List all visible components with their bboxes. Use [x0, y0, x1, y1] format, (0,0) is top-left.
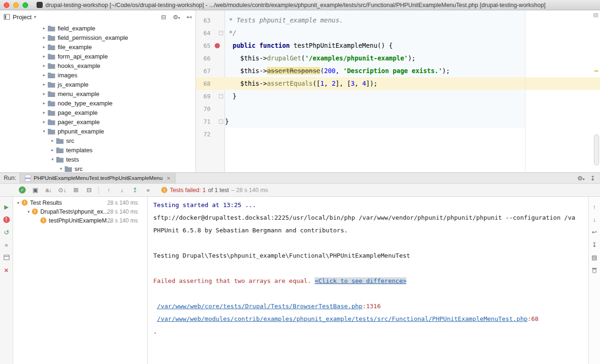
print-button[interactable]: ▤ [592, 254, 597, 261]
test-history-icon[interactable]: ↥ [131, 186, 138, 193]
project-tree-item-page_example[interactable]: ▸page_example [0, 108, 195, 117]
code-line-67[interactable]: 67 $this->assertResponse(200, 'Descripti… [196, 65, 600, 77]
project-tree-item-field_example[interactable]: ▸field_example [0, 23, 195, 33]
toggle-auto-test-button[interactable]: ↺ [4, 229, 9, 236]
zoom-window-button[interactable] [22, 2, 28, 8]
project-tree-item-src[interactable]: ▸src [0, 136, 195, 145]
test-tree-item[interactable]: !testPhpUnitExampleM...28 s 140 ms [13, 216, 147, 225]
project-tree-item-hooks_example[interactable]: ▸hooks_example [0, 61, 195, 70]
test-tree-item[interactable]: ▾!Test Results28 s 140 ms [13, 198, 147, 207]
rerun-failed-tests-button[interactable]: ! [3, 216, 10, 223]
restore-layout-button[interactable] [4, 255, 9, 260]
code-text[interactable]: public function testPhpUnitExampleMenu()… [225, 39, 600, 52]
code-text[interactable]: } [225, 115, 600, 128]
collapse-all-icon[interactable]: ⊟ [85, 186, 92, 193]
chevron-collapsed-icon[interactable]: ▸ [50, 148, 55, 152]
chevron-expanded-icon[interactable]: ▾ [15, 201, 22, 205]
up-stack-trace-button[interactable]: ↑ [593, 203, 596, 210]
down-stack-trace-button[interactable]: ↓ [593, 216, 596, 223]
expand-all-icon[interactable]: ⊞ [72, 186, 79, 193]
code-text[interactable]: $this->drupalGet('/examples/phpunit-exam… [225, 52, 600, 65]
close-run-panel-button[interactable]: × [4, 266, 8, 274]
project-tree-item-node_type_example[interactable]: ▸node_type_example [0, 98, 195, 108]
hide-run-panel-button[interactable]: ↧ [590, 175, 595, 182]
soft-wrap-button[interactable]: ↩ [592, 229, 597, 236]
code-text[interactable]: $this->assertEquals([1, 2], [3, 4]); [225, 77, 600, 90]
code-line-68[interactable]: 68 $this->assertEquals([1, 2], [3, 4]); [196, 77, 600, 90]
minimize-window-button[interactable] [13, 2, 19, 8]
test-console[interactable]: Testing started at 13:25 ...sftp://docke… [148, 197, 588, 364]
test-tree-item[interactable]: ▾!Drupal\Tests\phpunit_ex...28 s 140 ms [13, 207, 147, 216]
hide-project-panel-button[interactable]: ↤ [187, 14, 192, 21]
fold-marker-icon[interactable]: − [219, 94, 223, 98]
rerun-tests-button[interactable]: ▶ [4, 204, 8, 210]
chevron-collapsed-icon[interactable]: ▸ [41, 35, 47, 40]
console-link[interactable]: <Click to see difference> [315, 277, 406, 284]
warning-stripe-mark[interactable] [594, 70, 598, 72]
code-text[interactable] [225, 103, 600, 115]
sort-by-duration-icon[interactable]: ⊙↓ [58, 186, 66, 193]
project-tree-item-menu_example[interactable]: ▸menu_example [0, 89, 195, 98]
editor-scrollbar-thumb[interactable] [594, 134, 599, 165]
previous-failed-test-icon[interactable]: ↑ [105, 186, 112, 193]
console-link[interactable]: /var/www/web/core/tests/Drupal/Tests/Bro… [157, 303, 362, 310]
close-tab-icon[interactable]: × [167, 175, 171, 182]
chevron-collapsed-icon[interactable]: ▸ [50, 138, 55, 143]
overflow-chevron-icon[interactable]: » [144, 186, 151, 193]
code-line-71[interactable]: 71−} [196, 115, 600, 128]
project-tree-item-form_api_example[interactable]: ▸form_api_example [0, 52, 195, 61]
clear-console-icon[interactable] [592, 267, 597, 273]
code-text[interactable]: } [225, 90, 600, 103]
sort-alphabetically-icon[interactable]: a↓ [45, 186, 52, 193]
settings-gear-button[interactable]: ⚙▾ [172, 14, 180, 21]
chevron-collapsed-icon[interactable]: ▸ [41, 82, 47, 87]
scroll-to-end-button[interactable]: ↧ [592, 241, 597, 248]
project-tree-item-pager_example[interactable]: ▸pager_example [0, 117, 195, 126]
close-window-button[interactable] [4, 2, 9, 8]
chevron-collapsed-icon[interactable]: ▸ [41, 101, 47, 105]
project-tree-item-tests[interactable]: ▾tests [0, 155, 195, 164]
chevron-collapsed-icon[interactable]: ▸ [41, 91, 47, 96]
chevron-collapsed-icon[interactable]: ▸ [41, 45, 47, 49]
chevron-collapsed-icon[interactable]: ▸ [41, 63, 47, 68]
project-tree-item-templates[interactable]: ▸templates [0, 145, 195, 155]
code-line-65[interactable]: 65 public function testPhpUnitExampleMen… [196, 39, 600, 52]
project-tree-item-src[interactable]: ▾src [0, 164, 195, 172]
project-view-selector[interactable]: Project [13, 14, 31, 21]
project-tree-item-field_permission_example[interactable]: ▸field_permission_example [0, 33, 195, 42]
chevron-expanded-icon[interactable]: ▾ [41, 129, 47, 134]
chevron-collapsed-icon[interactable]: ▸ [41, 73, 47, 77]
code-line-64[interactable]: 64− */ [196, 27, 600, 39]
code-line-72[interactable]: 72 [196, 128, 600, 141]
project-tree-item-file_example[interactable]: ▸file_example [0, 42, 195, 52]
console-link[interactable]: /var/www/web/modules/contrib/examples/ph… [157, 315, 528, 322]
project-tree-item-js_example[interactable]: ▸js_example [0, 80, 195, 89]
chevron-expanded-icon[interactable]: ▾ [50, 157, 55, 162]
run-settings-gear-button[interactable]: ⚙▾ [577, 175, 585, 182]
chevron-collapsed-icon[interactable]: ▸ [41, 110, 47, 115]
project-tree-item-phpunit_example[interactable]: ▾phpunit_example [0, 126, 195, 136]
chevron-collapsed-icon[interactable]: ▸ [41, 26, 47, 30]
collapse-all-button[interactable]: ⊟ [161, 14, 166, 21]
code-editor[interactable]: 63 * Tests phpunit_example menus.64− */6… [196, 10, 600, 172]
chevron-collapsed-icon[interactable]: ▸ [41, 54, 47, 59]
chevron-expanded-icon[interactable]: ▾ [58, 166, 64, 171]
code-text[interactable]: * Tests phpunit_example menus. [225, 14, 600, 27]
chevron-collapsed-icon[interactable]: ▸ [41, 119, 47, 124]
fold-marker-icon[interactable]: − [219, 31, 223, 35]
show-ignored-icon[interactable]: ▣ [32, 186, 39, 193]
code-text[interactable]: */ [225, 27, 600, 39]
code-text[interactable] [225, 128, 600, 141]
chevron-down-icon[interactable]: ▾ [34, 15, 36, 19]
inspections-indicator[interactable] [593, 13, 598, 17]
run-configuration-tab[interactable]: php PHPUnitExampleMenuTest.testPhpUnitEx… [20, 173, 175, 183]
chevron-expanded-icon[interactable]: ▾ [25, 209, 32, 214]
code-line-69[interactable]: 69− } [196, 90, 600, 103]
stop-button[interactable]: ■ [5, 242, 8, 248]
fold-marker-icon[interactable]: − [219, 119, 223, 124]
project-tree-item-images[interactable]: ▸images [0, 70, 195, 80]
breakpoint-icon[interactable] [215, 43, 220, 48]
code-text[interactable]: $this->assertResponse(200, 'Description … [225, 65, 600, 77]
code-line-70[interactable]: 70 [196, 103, 600, 115]
code-line-63[interactable]: 63 * Tests phpunit_example menus. [196, 14, 600, 27]
